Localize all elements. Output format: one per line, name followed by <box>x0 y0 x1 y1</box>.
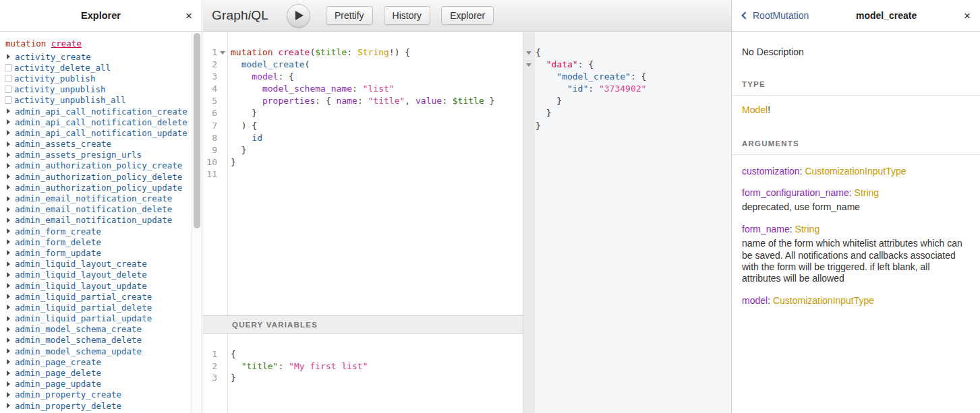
explorer-field-admin_liquid_layout_update[interactable]: admin_liquid_layout_update <box>0 280 192 291</box>
explorer-close-icon[interactable]: × <box>185 10 192 22</box>
doc-close-icon[interactable]: × <box>964 10 971 22</box>
expand-arrow-icon[interactable] <box>7 228 10 234</box>
expand-arrow-icon[interactable] <box>7 371 10 376</box>
query-variables-title: QUERY VARIABLES <box>232 321 318 329</box>
argument-type-link[interactable]: CustomizationInputType <box>773 295 874 306</box>
argument-name: model <box>742 295 768 306</box>
explorer-field-admin_authorization_policy_create[interactable]: admin_authorization_policy_create <box>0 160 192 171</box>
argument-type-link[interactable]: CustomizationInputType <box>805 166 906 177</box>
operation-name-input[interactable]: create <box>51 38 82 49</box>
explorer-scrollbar[interactable] <box>192 32 202 413</box>
explorer-field-activity_delete_all[interactable]: activity_delete_all <box>0 62 192 73</box>
explorer-field-admin_page_delete[interactable]: admin_page_delete <box>0 367 192 378</box>
expand-arrow-icon[interactable] <box>7 54 10 59</box>
explorer-scrollbar-thumb[interactable] <box>194 33 200 228</box>
expand-arrow-icon[interactable] <box>7 392 10 398</box>
explorer-field-admin_page_update[interactable]: admin_page_update <box>0 379 192 389</box>
argument-type-link[interactable]: String <box>855 187 880 198</box>
explorer-field-admin_liquid_partial_create[interactable]: admin_liquid_partial_create <box>0 291 192 302</box>
explorer-field-activity_unpublish[interactable]: activity_unpublish <box>0 84 192 95</box>
field-checkbox[interactable] <box>5 75 12 82</box>
explorer-field-activity_publish[interactable]: activity_publish <box>0 73 192 84</box>
code-text: model_create( <box>231 59 310 71</box>
expand-arrow-icon[interactable] <box>7 294 10 299</box>
explorer-field-admin_liquid_partial_update[interactable]: admin_liquid_partial_update <box>0 313 192 324</box>
expand-arrow-icon[interactable] <box>7 327 10 332</box>
argument-customization: customization: CustomizationInputType <box>742 166 970 177</box>
expand-arrow-icon[interactable] <box>7 316 10 321</box>
expand-arrow-icon[interactable] <box>7 174 10 179</box>
explorer-field-admin_api_call_notification_create[interactable]: admin_api_call_notification_create <box>0 106 192 117</box>
expand-arrow-icon[interactable] <box>7 108 10 114</box>
expand-arrow-icon[interactable] <box>7 185 10 190</box>
explorer-field-admin_email_notification_delete[interactable]: admin_email_notification_delete <box>0 204 192 215</box>
variables-editor[interactable]: 1{2 "title": "My first list"3} <box>203 334 523 413</box>
type-section-label: TYPE <box>732 80 980 96</box>
expand-arrow-icon[interactable] <box>7 338 10 343</box>
expand-arrow-icon[interactable] <box>7 218 10 223</box>
explorer-field-admin_liquid_partial_delete[interactable]: admin_liquid_partial_delete <box>0 302 192 313</box>
explorer-field-admin_authorization_policy_update[interactable]: admin_authorization_policy_update <box>0 182 192 193</box>
expand-arrow-icon[interactable] <box>7 152 10 158</box>
expand-arrow-icon[interactable] <box>7 163 10 168</box>
explorer-field-admin_property_delete[interactable]: admin_property_delete <box>0 400 192 411</box>
explorer-field-admin_model_schema_create[interactable]: admin_model_schema_create <box>0 324 192 335</box>
explorer-field-admin_email_notification_update[interactable]: admin_email_notification_update <box>0 215 192 226</box>
explorer-field-admin_form_delete[interactable]: admin_form_delete <box>0 236 192 247</box>
field-checkbox[interactable] <box>5 96 12 104</box>
explorer-field-admin_page_create[interactable]: admin_page_create <box>0 356 192 367</box>
expand-arrow-icon[interactable] <box>7 305 10 310</box>
explorer-field-admin_form_update[interactable]: admin_form_update <box>0 247 192 258</box>
query-editor[interactable]: 1mutation create($title: String!) {2 mod… <box>203 32 523 315</box>
field-label: admin_api_call_notification_update <box>15 128 188 138</box>
expand-arrow-icon[interactable] <box>7 348 10 354</box>
expand-arrow-icon[interactable] <box>7 239 10 245</box>
toolbar-button-prettify[interactable]: Prettify <box>326 6 373 25</box>
expand-arrow-icon[interactable] <box>7 119 10 125</box>
explorer-field-admin_liquid_layout_delete[interactable]: admin_liquid_layout_delete <box>0 269 192 280</box>
expand-arrow-icon[interactable] <box>7 283 10 288</box>
explorer-field-admin_model_schema_delete[interactable]: admin_model_schema_delete <box>0 335 192 346</box>
explorer-field-admin_form_create[interactable]: admin_form_create <box>0 226 192 236</box>
explorer-field-admin_api_call_notification_delete[interactable]: admin_api_call_notification_delete <box>0 117 192 127</box>
toolbar-buttons: PrettifyHistoryExplorer <box>326 6 505 25</box>
explorer-field-admin_property_create[interactable]: admin_property_create <box>0 389 192 400</box>
explorer-field-admin_assets_create[interactable]: admin_assets_create <box>0 139 192 150</box>
explorer-field-admin_model_schema_update[interactable]: admin_model_schema_update <box>0 346 192 356</box>
expand-arrow-icon[interactable] <box>7 272 10 278</box>
argument-type-link[interactable]: String <box>795 224 820 234</box>
toolbar-button-history[interactable]: History <box>384 6 431 25</box>
explorer-field-admin_assets_presign_urls[interactable]: admin_assets_presign_urls <box>0 150 192 160</box>
field-label: activity_create <box>15 52 91 62</box>
expand-arrow-icon[interactable] <box>7 141 10 147</box>
expand-arrow-icon[interactable] <box>7 359 10 364</box>
fold-arrow-icon[interactable] <box>526 63 531 67</box>
field-checkbox[interactable] <box>5 86 12 93</box>
explorer-field-admin_api_call_notification_update[interactable]: admin_api_call_notification_update <box>0 127 192 138</box>
expand-arrow-icon[interactable] <box>7 196 10 201</box>
explorer-field-admin_liquid_layout_create[interactable]: admin_liquid_layout_create <box>0 259 192 269</box>
logo-post: QL <box>251 8 268 22</box>
expand-arrow-icon[interactable] <box>7 403 10 408</box>
field-label: admin_assets_create <box>15 139 111 149</box>
expand-arrow-icon[interactable] <box>7 130 10 135</box>
type-link[interactable]: Model <box>742 104 768 115</box>
query-variables-bar[interactable]: QUERY VARIABLES <box>203 315 523 334</box>
expand-arrow-icon[interactable] <box>7 261 10 267</box>
explorer-field-admin_email_notification_create[interactable]: admin_email_notification_create <box>0 193 192 203</box>
explorer-field-activity_create[interactable]: activity_create <box>0 51 192 62</box>
execute-button[interactable] <box>287 4 310 28</box>
fold-arrow-icon[interactable] <box>526 51 531 55</box>
explorer-field-admin_authorization_policy_delete[interactable]: admin_authorization_policy_delete <box>0 171 192 182</box>
argument-description: deprecated, use form_name <box>742 201 970 213</box>
toolbar-button-explorer[interactable]: Explorer <box>441 6 494 25</box>
doc-back-link[interactable]: RootMutation <box>743 10 809 21</box>
fold-arrow-icon[interactable] <box>220 51 225 55</box>
expand-arrow-icon[interactable] <box>7 250 10 255</box>
expand-arrow-icon[interactable] <box>7 207 10 212</box>
field-checkbox[interactable] <box>5 64 12 71</box>
expand-arrow-icon[interactable] <box>7 381 10 387</box>
field-label: admin_liquid_layout_create <box>15 259 147 269</box>
explorer-field-activity_unpublish_all[interactable]: activity_unpublish_all <box>0 95 192 106</box>
result-viewer: { "data": { "model_create": { "id": "373… <box>523 32 731 413</box>
